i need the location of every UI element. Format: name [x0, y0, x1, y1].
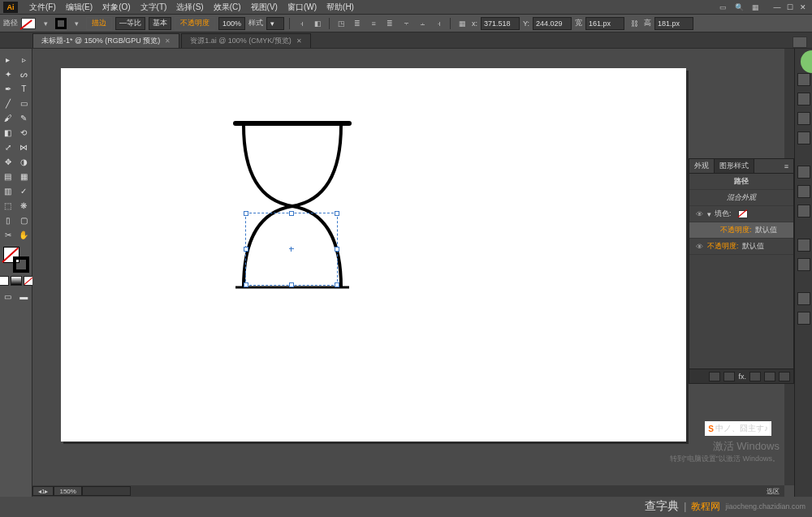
- menu-view[interactable]: 视图(V): [246, 2, 283, 13]
- menu-edit[interactable]: 编辑(E): [61, 2, 97, 13]
- fill-stroke-selector[interactable]: [3, 247, 29, 273]
- opacity-field[interactable]: 100%: [218, 17, 245, 30]
- transform-ref-icon[interactable]: ◳: [335, 17, 348, 30]
- dock-gradient-icon[interactable]: [797, 185, 810, 198]
- search-icon[interactable]: 🔍: [732, 1, 745, 14]
- fill-mode-color[interactable]: [0, 276, 9, 286]
- zoom-field[interactable]: 150%: [54, 486, 81, 496]
- menu-select[interactable]: 选择(S): [171, 2, 208, 13]
- window-minimize[interactable]: —: [771, 2, 783, 12]
- stroke-link[interactable]: 描边: [86, 17, 112, 30]
- stroke-swatch[interactable]: [55, 18, 67, 29]
- align-right-icon[interactable]: ≣: [383, 17, 396, 30]
- tool-pencil[interactable]: ✎: [16, 110, 32, 125]
- dock-brushes-icon[interactable]: [797, 112, 810, 125]
- tool-rotate[interactable]: ⟲: [16, 125, 32, 140]
- tool-slice[interactable]: ✂: [0, 227, 16, 242]
- panel-delete-icon[interactable]: [779, 372, 790, 381]
- brush-def[interactable]: 基本: [149, 17, 171, 30]
- panel-tab-appearance[interactable]: 外观: [689, 159, 715, 173]
- dock-symbols-icon[interactable]: [797, 131, 810, 144]
- dock-transparency-icon[interactable]: [797, 205, 810, 218]
- stroke-dropdown-icon[interactable]: ▾: [70, 17, 83, 30]
- window-maximize[interactable]: ☐: [784, 2, 796, 12]
- tool-mesh[interactable]: ▦: [16, 169, 32, 183]
- appearance-opacity-row-2[interactable]: 👁不透明度:默认值: [689, 239, 793, 255]
- appearance-fill-row[interactable]: 👁▾ 填色:: [689, 206, 793, 222]
- artboard[interactable]: [61, 68, 686, 442]
- menu-effect[interactable]: 效果(C): [209, 2, 246, 13]
- tool-blend[interactable]: ⬚: [0, 198, 16, 213]
- align-top-icon[interactable]: ⫟: [400, 17, 412, 30]
- opacity-link[interactable]: 不透明度: [175, 17, 215, 30]
- panel-new-fill-icon[interactable]: [709, 372, 720, 381]
- tool-line[interactable]: ╱: [0, 96, 16, 110]
- x-field[interactable]: 371.518: [481, 17, 520, 30]
- fill-mode-gradient[interactable]: [11, 276, 22, 286]
- panel-clear-icon[interactable]: [749, 372, 761, 381]
- panel-duplicate-icon[interactable]: [764, 372, 775, 381]
- tool-scale[interactable]: ⤢: [0, 140, 16, 154]
- menu-file[interactable]: 文件(F): [24, 2, 61, 13]
- appearance-opacity-row-1[interactable]: 不透明度:默认值: [689, 222, 793, 239]
- panel-new-stroke-icon[interactable]: [723, 372, 735, 381]
- tool-free-transform[interactable]: ✥: [0, 154, 16, 169]
- align-left-icon[interactable]: ≣: [351, 17, 364, 30]
- dock-color-icon[interactable]: [797, 73, 810, 86]
- close-tab-icon[interactable]: ✕: [296, 37, 302, 45]
- tool-width[interactable]: ⋈: [16, 140, 32, 154]
- doc-window-controls[interactable]: [793, 37, 807, 48]
- artboard-nav[interactable]: ◂ 1 ▸: [32, 486, 54, 496]
- tool-hand[interactable]: ✋: [16, 227, 32, 242]
- tool-paintbrush[interactable]: 🖌: [0, 110, 16, 125]
- menu-help[interactable]: 帮助(H): [322, 2, 359, 13]
- y-field[interactable]: 244.029: [533, 17, 572, 30]
- ref-point-icon[interactable]: ▦: [456, 17, 469, 30]
- tool-type[interactable]: T: [16, 81, 32, 96]
- screen-mode-normal[interactable]: ▭: [0, 289, 16, 304]
- layout-switch-icon[interactable]: ▭: [716, 1, 729, 14]
- panel-fx-label[interactable]: fx.: [738, 373, 746, 381]
- canvas-area[interactable]: ◂ 1 ▸ 150% 选区: [32, 49, 794, 497]
- tab-active[interactable]: 未标题-1* @ 150% (RGB/GPU 预览)✕: [32, 33, 179, 48]
- tool-lasso[interactable]: ᔕ: [16, 67, 32, 81]
- tool-magic-wand[interactable]: ✦: [0, 67, 16, 81]
- align-icon[interactable]: ⫞: [295, 17, 308, 30]
- screen-mode-full[interactable]: ▬: [16, 289, 32, 304]
- dock-graphic-styles-icon[interactable]: [797, 258, 810, 271]
- w-field[interactable]: 161.px: [585, 17, 624, 30]
- panel-tab-graphic-styles[interactable]: 图形样式: [715, 159, 754, 173]
- tab-inactive[interactable]: 资源1.ai @ 100% (CMYK/预览)✕: [181, 33, 311, 48]
- tool-perspective[interactable]: ▤: [0, 169, 16, 183]
- shape-mode-icon[interactable]: ◧: [311, 17, 324, 30]
- tool-pen[interactable]: ✒: [0, 81, 16, 96]
- align-mid-icon[interactable]: ⫠: [416, 17, 429, 30]
- tool-eyedropper[interactable]: ✓: [16, 183, 32, 198]
- menu-object[interactable]: 对象(O): [97, 2, 135, 13]
- h-field[interactable]: 181.px: [654, 17, 693, 30]
- dock-appearance-icon[interactable]: [797, 239, 810, 252]
- menu-window[interactable]: 窗口(W): [283, 2, 322, 13]
- tool-eraser[interactable]: ◧: [0, 125, 16, 140]
- fill-dropdown-icon[interactable]: ▾: [39, 17, 52, 30]
- menu-type[interactable]: 文字(T): [136, 2, 172, 13]
- dock-layers-icon[interactable]: [797, 292, 810, 305]
- tool-rectangle[interactable]: ▭: [16, 96, 32, 110]
- tool-selection[interactable]: ▸: [0, 52, 16, 67]
- align-center-icon[interactable]: ≡: [367, 17, 380, 30]
- tool-gradient[interactable]: ▥: [0, 183, 16, 198]
- window-close[interactable]: ✕: [797, 2, 809, 12]
- tool-symbol[interactable]: ❋: [16, 198, 32, 213]
- tool-artboard[interactable]: ▢: [16, 213, 32, 227]
- scrollbar-horizontal[interactable]: [82, 486, 131, 496]
- link-wh-icon[interactable]: ⛓: [628, 17, 641, 30]
- tool-shape-builder[interactable]: ◑: [16, 154, 32, 169]
- close-tab-icon[interactable]: ✕: [165, 37, 171, 45]
- dock-artboards-icon[interactable]: [797, 312, 810, 325]
- tool-graph[interactable]: ▯: [0, 213, 16, 227]
- tool-direct-selection[interactable]: ▹: [16, 52, 32, 67]
- arrange-icon[interactable]: ▦: [749, 1, 762, 14]
- panel-menu-icon[interactable]: ≡: [780, 159, 793, 173]
- fill-swatch[interactable]: [21, 18, 36, 29]
- align-bot-icon[interactable]: ⫞: [432, 17, 445, 30]
